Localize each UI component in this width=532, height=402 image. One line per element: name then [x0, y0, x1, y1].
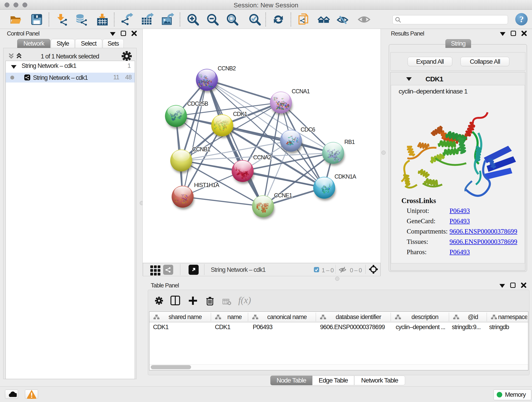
- svg-text:CCNA2: CCNA2: [253, 154, 271, 160]
- svg-text:CDC25B: CDC25B: [187, 100, 208, 107]
- svg-text:CCNE1: CCNE1: [274, 192, 292, 198]
- svg-text:CCNB1: CCNB1: [192, 146, 210, 153]
- svg-text:CDK1: CDK1: [233, 111, 247, 117]
- svg-text:RB1: RB1: [344, 139, 355, 145]
- svg-text:CDKN1A: CDKN1A: [335, 173, 356, 180]
- svg-text:HIST1H1A: HIST1H1A: [194, 182, 220, 188]
- svg-text:CCNB2: CCNB2: [218, 65, 236, 71]
- svg-text:CCNA1: CCNA1: [292, 88, 310, 95]
- svg-text:CDC6: CDC6: [301, 126, 315, 133]
